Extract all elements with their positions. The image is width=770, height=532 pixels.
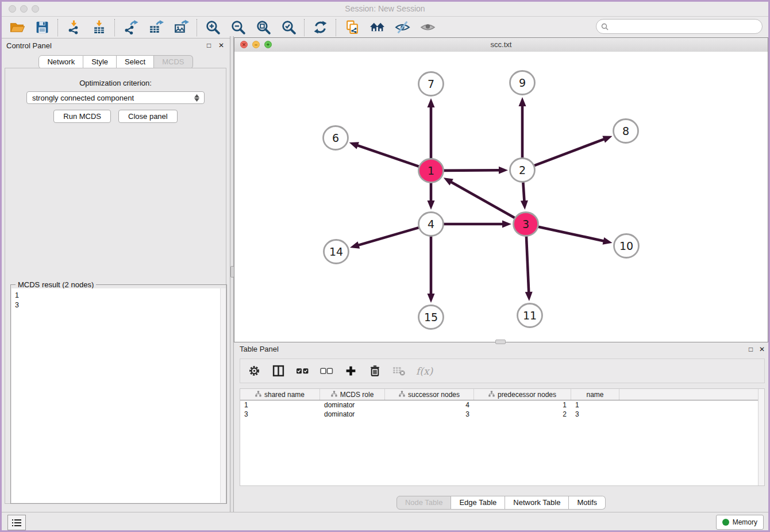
select-all-columns-icon[interactable] xyxy=(295,364,309,378)
edge-arrow-3-10 xyxy=(603,237,613,245)
app-window: Session: New Session xyxy=(0,0,770,532)
show-all-icon[interactable] xyxy=(420,20,436,35)
table-settings-icon[interactable] xyxy=(247,364,261,378)
table-cell[interactable]: dominator xyxy=(320,401,385,409)
zoom-selected-icon[interactable] xyxy=(281,20,297,35)
tab-network-table[interactable]: Network Table xyxy=(505,496,569,510)
table-cell[interactable]: dominator xyxy=(320,410,385,418)
edge-arrow-2-9 xyxy=(519,97,526,106)
zoom-in-icon[interactable] xyxy=(205,20,221,35)
edge-arrow-4-15 xyxy=(428,294,435,303)
run-mcds-button[interactable]: Run MCDS xyxy=(53,110,111,123)
graph-node-label-6: 6 xyxy=(332,132,339,144)
table-cell[interactable]: 3 xyxy=(240,410,320,418)
close-table-panel-icon[interactable]: ✕ xyxy=(759,346,765,353)
table-scrollbar[interactable] xyxy=(758,389,764,485)
graph-node-label-8: 8 xyxy=(622,125,629,137)
column-header-MCDS-role[interactable]: MCDS role xyxy=(320,389,385,400)
close-panel-button[interactable]: Close panel xyxy=(118,110,178,123)
tab-edge-table[interactable]: Edge Table xyxy=(451,496,505,510)
save-session-icon[interactable] xyxy=(34,20,50,35)
table-cell[interactable]: 4 xyxy=(385,401,474,409)
export-network-icon[interactable] xyxy=(123,20,138,35)
delete-column-icon[interactable] xyxy=(368,364,382,378)
graph-node-label-4: 4 xyxy=(428,218,434,230)
mcds-result-title: MCDS result (2 nodes) xyxy=(16,280,96,289)
memory-button[interactable]: Memory xyxy=(716,515,764,530)
control-panel-title: Control Panel xyxy=(6,41,52,50)
attribute-type-icon xyxy=(399,391,405,399)
optimization-criterion-label: Optimization criterion: xyxy=(5,79,226,87)
edge-arrow-2-8 xyxy=(602,136,612,142)
close-panel-icon[interactable]: ✕ xyxy=(218,42,224,49)
tab-mcds[interactable]: MCDS xyxy=(154,55,192,69)
control-panel: Control Panel □ ✕ NetworkStyleSelectMCDS… xyxy=(2,36,230,512)
mcds-result-textarea[interactable]: 1 3 xyxy=(11,288,221,503)
column-header-label: name xyxy=(586,391,603,399)
edge-1-2[interactable] xyxy=(443,170,500,171)
node-table[interactable]: shared nameMCDS rolesuccessor nodesprede… xyxy=(240,388,765,486)
column-header-successor-nodes[interactable]: successor nodes xyxy=(385,389,474,400)
column-header-predecessor-nodes[interactable]: predecessor nodes xyxy=(474,389,571,400)
table-cell[interactable]: 1 xyxy=(474,401,571,409)
edge-arrow-1-6 xyxy=(349,142,359,149)
table-cell[interactable]: 1 xyxy=(571,401,619,409)
edge-4-14[interactable] xyxy=(357,228,419,246)
zoom-out-icon[interactable] xyxy=(230,20,246,35)
edge-3-11[interactable] xyxy=(526,236,529,294)
edge-1-6[interactable] xyxy=(356,145,419,167)
edge-3-1[interactable] xyxy=(450,182,515,218)
hide-selected-icon[interactable] xyxy=(395,20,410,35)
table-cell[interactable]: 3 xyxy=(385,410,474,418)
export-table-icon[interactable] xyxy=(148,20,164,35)
tab-node-table[interactable]: Node Table xyxy=(396,496,452,510)
float-panel-icon[interactable]: □ xyxy=(207,42,211,49)
import-table-icon[interactable] xyxy=(91,20,107,35)
network-window-title: scc.txt xyxy=(234,40,768,49)
new-network-from-selection-icon[interactable] xyxy=(344,20,360,35)
network-graph[interactable]: 7968124314101511 xyxy=(234,52,767,341)
edge-3-10[interactable] xyxy=(538,226,605,241)
mcds-result-group: MCDS result (2 nodes) 1 3 xyxy=(10,284,227,504)
network-canvas[interactable]: 7968124314101511 xyxy=(234,52,768,342)
column-header-label: successor nodes xyxy=(408,391,460,399)
edge-arrow-1-7 xyxy=(428,98,435,107)
tab-motifs[interactable]: Motifs xyxy=(569,496,606,510)
show-column-icon[interactable] xyxy=(271,364,285,378)
table-cell[interactable]: 3 xyxy=(571,410,619,418)
search-input[interactable] xyxy=(609,22,762,31)
table-row[interactable]: 1dominator411 xyxy=(240,400,764,410)
column-header-shared-name[interactable]: shared name xyxy=(240,389,320,400)
table-row[interactable]: 3dominator323 xyxy=(240,410,764,419)
criterion-select[interactable]: strongly connected component xyxy=(26,91,205,104)
column-header-name[interactable]: name xyxy=(571,389,619,400)
add-column-icon[interactable] xyxy=(344,364,357,378)
table-cell[interactable]: 2 xyxy=(474,410,571,418)
search-icon xyxy=(601,23,609,30)
float-table-panel-icon[interactable]: □ xyxy=(749,346,753,353)
list-icon xyxy=(11,519,22,527)
first-neighbors-icon[interactable] xyxy=(369,20,385,35)
edge-2-8[interactable] xyxy=(534,138,606,165)
panel-splitter[interactable] xyxy=(230,36,234,512)
edge-2-3[interactable] xyxy=(523,182,524,202)
tab-network[interactable]: Network xyxy=(38,55,83,69)
edge-arrow-4-14 xyxy=(350,241,360,248)
import-network-icon[interactable] xyxy=(66,20,82,35)
result-scrollbar[interactable] xyxy=(220,288,226,503)
deselect-all-columns-icon[interactable] xyxy=(319,364,333,378)
tab-style[interactable]: Style xyxy=(83,55,117,69)
open-session-icon[interactable] xyxy=(9,20,25,35)
table-cell[interactable]: 1 xyxy=(240,401,320,409)
export-image-icon[interactable] xyxy=(174,20,189,35)
refresh-icon[interactable] xyxy=(313,20,328,35)
network-window-titlebar: ✕ − + scc.txt xyxy=(234,38,768,52)
graph-node-label-2: 2 xyxy=(519,164,526,176)
graph-node-label-14: 14 xyxy=(329,245,343,258)
graph-node-label-7: 7 xyxy=(428,78,434,90)
edge-arrow-3-11 xyxy=(525,292,533,301)
task-history-button[interactable] xyxy=(7,515,26,530)
zoom-fit-icon[interactable] xyxy=(256,20,271,35)
criterion-value: strongly connected component xyxy=(27,94,191,102)
tab-select[interactable]: Select xyxy=(117,55,154,69)
